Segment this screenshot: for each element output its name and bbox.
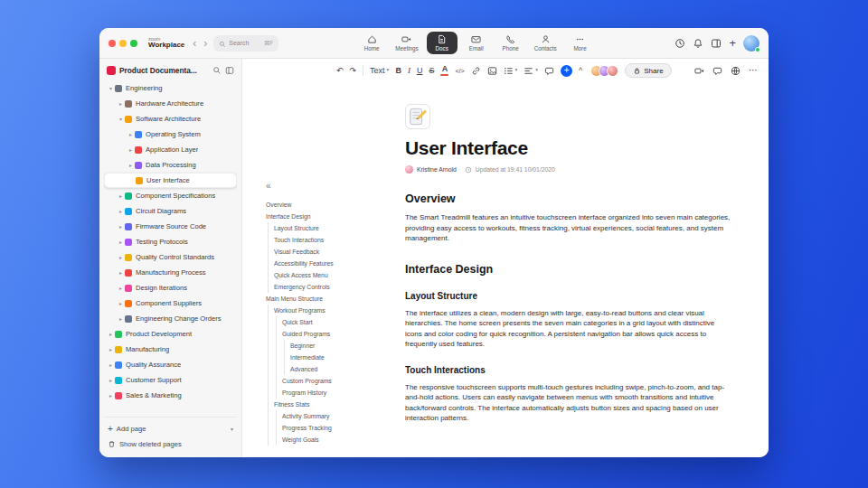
chevron-right-icon[interactable]: ▸ bbox=[127, 132, 135, 137]
sidebar-item-firmware-source-code[interactable]: ▸Firmware Source Code bbox=[104, 219, 237, 234]
doc-paragraph[interactable]: The Smart Treadmill features an intuitiv… bbox=[405, 212, 731, 244]
chevron-right-icon[interactable]: ▸ bbox=[107, 362, 115, 368]
insert-block-button[interactable]: + bbox=[561, 65, 572, 77]
chevron-down-icon[interactable]: ▾ bbox=[117, 117, 125, 122]
collapse-sidebar-icon[interactable] bbox=[225, 66, 234, 75]
share-button[interactable]: Share bbox=[625, 63, 671, 78]
minimize-window-button[interactable] bbox=[119, 40, 127, 47]
sidebar-item-engineering-change-orders[interactable]: ▸Engineering Change Orders bbox=[104, 311, 237, 326]
doc-emoji-icon[interactable] bbox=[405, 104, 430, 129]
chat-icon[interactable] bbox=[712, 66, 722, 76]
outline-item-accessibility-features[interactable]: Accessibility Features bbox=[266, 258, 373, 269]
tab-docs[interactable]: Docs bbox=[427, 32, 458, 54]
show-deleted-pages-button[interactable]: Show deleted pages bbox=[104, 436, 237, 452]
tab-contacts[interactable]: Contacts bbox=[530, 32, 561, 54]
chevron-right-icon[interactable]: ▸ bbox=[107, 378, 115, 383]
outline-item-activity-summary[interactable]: Activity Summary bbox=[266, 410, 373, 422]
sidebar-item-data-processing[interactable]: ▸Data Processing bbox=[104, 157, 237, 173]
sidebar-item-customer-support[interactable]: ▸Customer Support bbox=[104, 372, 237, 388]
video-call-icon[interactable] bbox=[694, 66, 704, 76]
doc-heading-overview[interactable]: Overview bbox=[405, 192, 731, 205]
italic-button[interactable]: I bbox=[408, 67, 410, 75]
sidebar-item-quality-control-standards[interactable]: ▸Quality Control Standards bbox=[104, 249, 237, 265]
chevron-right-icon[interactable]: ▸ bbox=[117, 239, 125, 245]
text-style-dropdown[interactable]: Text▾ bbox=[370, 67, 389, 75]
tab-phone[interactable]: Phone bbox=[495, 32, 526, 54]
sidebar-item-manufacturing-process[interactable]: ▸Manufacturing Process bbox=[104, 265, 237, 280]
outline-item-quick-access-menu[interactable]: Quick Access Menu bbox=[266, 269, 373, 281]
text-color-button[interactable]: A bbox=[440, 65, 448, 76]
outline-item-interface-design[interactable]: Interface Design bbox=[266, 211, 373, 222]
outline-item-intermediate[interactable]: Intermediate bbox=[266, 352, 373, 363]
chevron-down-icon[interactable]: ▾ bbox=[231, 426, 233, 432]
chevron-right-icon[interactable]: ▸ bbox=[117, 270, 125, 276]
outline-item-beginner[interactable]: Beginner bbox=[266, 340, 373, 352]
zoom-window-button[interactable] bbox=[130, 40, 137, 47]
tab-meetings[interactable]: Meetings bbox=[391, 32, 423, 54]
bulleted-list-dropdown[interactable]: ▾ bbox=[504, 66, 518, 76]
sidebar-item-circuit-diagrams[interactable]: ▸Circuit Diagrams bbox=[104, 203, 237, 219]
chevron-right-icon[interactable]: ▸ bbox=[117, 255, 125, 260]
doc-paragraph[interactable]: The responsive touchscreen supports mult… bbox=[405, 382, 731, 424]
chevron-right-icon[interactable]: ▸ bbox=[107, 332, 115, 337]
chevron-right-icon[interactable]: ▸ bbox=[107, 393, 115, 399]
chevron-right-icon[interactable]: ▸ bbox=[117, 286, 125, 291]
chevron-right-icon[interactable]: ▸ bbox=[117, 301, 125, 306]
outline-item-advanced[interactable]: Advanced bbox=[266, 363, 373, 375]
doc-heading-interface-design[interactable]: Interface Design bbox=[405, 263, 731, 276]
chevron-right-icon[interactable]: ▸ bbox=[117, 224, 125, 230]
nav-back-button[interactable]: ‹ bbox=[192, 38, 197, 49]
close-window-button[interactable] bbox=[108, 40, 116, 47]
collaborator-avatar[interactable] bbox=[607, 65, 618, 77]
sidebar-search-icon[interactable] bbox=[212, 66, 222, 75]
link-button[interactable] bbox=[471, 66, 481, 76]
sidebar-item-sales-marketing[interactable]: ▸Sales & Marketing bbox=[104, 388, 237, 403]
new-item-plus-button[interactable]: + bbox=[729, 37, 736, 49]
history-icon[interactable] bbox=[675, 38, 685, 49]
sidebar-item-testing-protocols[interactable]: ▸Testing Protocols bbox=[104, 234, 237, 249]
doc-heading-touch-interactions[interactable]: Touch Interactions bbox=[405, 365, 731, 375]
sidebar-item-application-layer[interactable]: ▸Application Layer bbox=[104, 142, 237, 157]
sidebar-item-user-interface[interactable]: User Interface bbox=[104, 173, 237, 188]
outline-item-weight-goals[interactable]: Weight Goals bbox=[266, 434, 373, 446]
strikethrough-button[interactable]: S bbox=[429, 67, 434, 75]
doc-heading-layout-structure[interactable]: Layout Structure bbox=[405, 291, 731, 301]
doc-paragraph[interactable]: The interface utilizes a clean, modern d… bbox=[405, 308, 731, 350]
collaborator-avatars[interactable] bbox=[590, 65, 618, 77]
chevron-right-icon[interactable]: ▸ bbox=[117, 209, 125, 214]
outline-item-layout-structure[interactable]: Layout Structure bbox=[266, 222, 373, 234]
sidebar-item-engineering[interactable]: ▾Engineering bbox=[104, 80, 237, 96]
outline-item-program-history[interactable]: Program History bbox=[266, 387, 373, 399]
sidebar-item-component-suppliers[interactable]: ▸Component Suppliers bbox=[104, 296, 237, 311]
sidebar-item-component-specifications[interactable]: ▸Component Specifications bbox=[104, 188, 237, 203]
inline-code-button[interactable]: </> bbox=[455, 68, 464, 74]
underline-button[interactable]: U bbox=[417, 67, 423, 75]
chevron-right-icon[interactable]: ▸ bbox=[117, 101, 125, 107]
more-options-icon[interactable]: ⋯ bbox=[749, 66, 758, 75]
bold-button[interactable]: B bbox=[395, 67, 401, 75]
tab-home[interactable]: Home bbox=[356, 32, 387, 54]
user-avatar[interactable] bbox=[743, 35, 760, 52]
outline-item-touch-interactions[interactable]: Touch Interactions bbox=[266, 234, 373, 246]
chevron-right-icon[interactable]: ▸ bbox=[127, 163, 135, 168]
chevron-down-icon[interactable]: ▾ bbox=[107, 86, 115, 91]
outline-item-quick-start[interactable]: Quick Start bbox=[266, 316, 373, 328]
sidebar-item-software-architecture[interactable]: ▾Software Architecture bbox=[104, 111, 237, 127]
sidebar-item-design-iterations[interactable]: ▸Design Iterations bbox=[104, 280, 237, 296]
chevron-right-icon[interactable]: ▸ bbox=[107, 347, 115, 352]
redo-button[interactable]: ↷ bbox=[350, 67, 357, 75]
global-search-input[interactable]: Search ⌘F bbox=[213, 35, 278, 52]
comment-button[interactable] bbox=[544, 66, 554, 76]
chevron-right-icon[interactable]: ▸ bbox=[117, 316, 125, 322]
outline-item-guided-programs[interactable]: Guided Programs bbox=[266, 328, 373, 340]
nav-forward-button[interactable]: › bbox=[203, 38, 208, 49]
outline-item-overview[interactable]: Overview bbox=[266, 199, 373, 211]
sidebar-item-quality-assurance[interactable]: ▸Quality Assurance bbox=[104, 357, 237, 372]
sidebar-item-hardware-architecture[interactable]: ▸Hardware Architecture bbox=[104, 96, 237, 111]
sidebar-item-operating-system[interactable]: ▸Operating System bbox=[104, 127, 237, 142]
chevron-right-icon[interactable]: ▸ bbox=[127, 147, 135, 153]
outline-item-main-menu-structure[interactable]: Main Menu Structure bbox=[266, 293, 373, 305]
outline-item-emergency-controls[interactable]: Emergency Controls bbox=[266, 281, 373, 293]
outline-item-fitness-stats[interactable]: Fitness Stats bbox=[266, 399, 373, 410]
globe-icon[interactable] bbox=[731, 66, 741, 76]
